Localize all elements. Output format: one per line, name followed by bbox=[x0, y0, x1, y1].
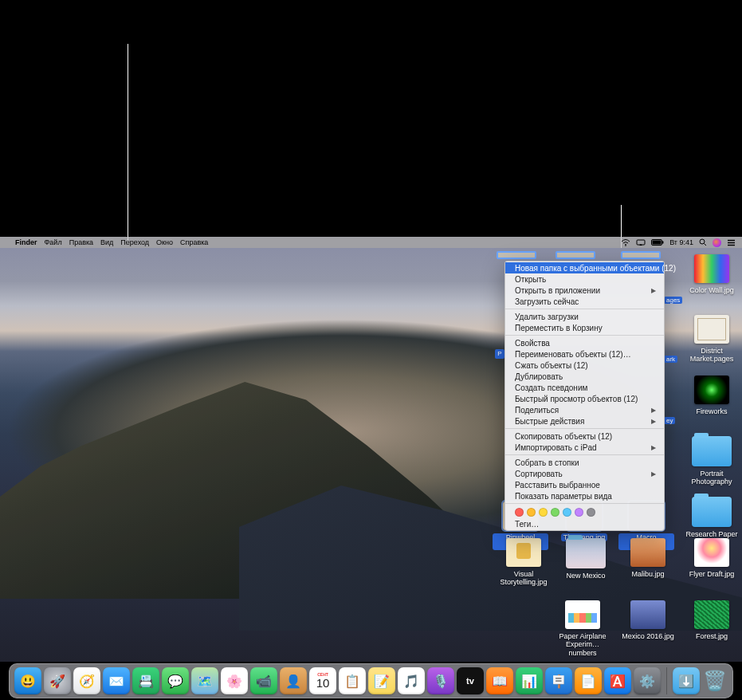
tag-color-dot[interactable] bbox=[539, 508, 548, 517]
tag-color-dot[interactable] bbox=[587, 508, 595, 517]
dock-photos[interactable]: 🌸 bbox=[221, 667, 248, 694]
dock-messages[interactable]: 💬 bbox=[162, 667, 189, 694]
dock-music[interactable]: 🎵 bbox=[398, 667, 425, 694]
desktop-icon[interactable]: District Market.pages bbox=[684, 315, 740, 364]
ctx-item[interactable]: Сжать объекты (12) bbox=[505, 360, 664, 371]
ctx-item[interactable]: Быстрые действия▶ bbox=[505, 415, 664, 427]
dock-contacts[interactable]: 👤 bbox=[280, 667, 307, 694]
icon-paper-airplane[interactable]: Paper Airplane Experim…numbers bbox=[555, 600, 610, 657]
sel-thumb-2[interactable] bbox=[556, 251, 595, 259]
thumbnail bbox=[694, 315, 729, 344]
dock-tv[interactable]: tv bbox=[457, 667, 484, 694]
siri-icon[interactable] bbox=[713, 238, 721, 247]
dock-notes[interactable]: 📝 bbox=[368, 667, 395, 694]
ctx-item[interactable]: Импортировать с iPad▶ bbox=[505, 442, 664, 453]
ctx-item[interactable]: Создать псевдоним bbox=[505, 382, 664, 393]
sel-badge-ey: ey bbox=[664, 411, 675, 426]
ctx-item[interactable]: Дублировать bbox=[505, 371, 664, 382]
podcasts-icon: 🎙️ bbox=[433, 674, 449, 689]
wifi-icon[interactable] bbox=[621, 238, 630, 246]
ctx-item[interactable]: Загрузить сейчас bbox=[505, 296, 664, 307]
facetime-icon: 📹 bbox=[256, 674, 272, 689]
dock-preferences[interactable]: ⚙️ bbox=[634, 667, 661, 694]
desktop-icon[interactable]: Portrait Photography bbox=[684, 436, 740, 486]
dock-calendar[interactable]: СЕНТ10 bbox=[309, 667, 336, 694]
svg-rect-4 bbox=[662, 242, 664, 244]
icon-flyer-draft[interactable]: Flyer Draft.jpg bbox=[684, 538, 740, 578]
icon-new-mexico[interactable]: New Mexico bbox=[558, 538, 614, 580]
dock-pages[interactable]: 📄 bbox=[575, 667, 602, 694]
ctx-separator bbox=[505, 503, 664, 504]
dock-podcasts[interactable]: 🎙️ bbox=[427, 667, 454, 694]
icon-visual-storytelling[interactable]: Visual Storytelling.jpg bbox=[496, 538, 552, 587]
menu-view[interactable]: Вид bbox=[100, 238, 113, 246]
music-icon: 🎵 bbox=[403, 674, 419, 689]
sel-thumb-3[interactable] bbox=[621, 251, 661, 259]
ctx-tags[interactable]: Теги… bbox=[505, 518, 664, 529]
ctx-item[interactable]: Удалить загрузки bbox=[505, 311, 664, 322]
menu-window[interactable]: Окно bbox=[156, 238, 173, 246]
dock-contacts-like[interactable]: 📇 bbox=[132, 667, 159, 694]
desktop-icon[interactable]: Fireworks bbox=[684, 376, 740, 415]
ctx-item[interactable]: Поделиться▶ bbox=[505, 404, 664, 415]
tag-color-dot[interactable] bbox=[515, 508, 524, 517]
svg-point-0 bbox=[625, 245, 626, 246]
icon-mexico-2016[interactable]: Mexico 2016.jpg bbox=[620, 600, 676, 640]
dock-reminders[interactable]: 📋 bbox=[339, 667, 366, 694]
thumbnail bbox=[565, 600, 600, 629]
dock-maps[interactable]: 🗺️ bbox=[191, 667, 218, 694]
dock-appstore[interactable]: 🅰️ bbox=[604, 667, 631, 694]
icon-label: Fireworks bbox=[696, 407, 727, 415]
ctx-tag-colors bbox=[505, 505, 664, 518]
menubar-right: Вт 9:41 bbox=[621, 238, 742, 247]
menu-go[interactable]: Переход bbox=[120, 238, 149, 246]
menubar-clock[interactable]: Вт 9:41 bbox=[669, 238, 693, 246]
notification-center-icon[interactable] bbox=[727, 239, 736, 246]
dock-mail[interactable]: ✉️ bbox=[103, 667, 130, 694]
thumbnail bbox=[566, 538, 606, 568]
dock-downloads[interactable]: ⬇️ bbox=[673, 667, 700, 694]
battery-icon[interactable] bbox=[651, 239, 664, 246]
sel-thumb-1[interactable] bbox=[497, 251, 536, 259]
dock-keynote[interactable]: 🪧 bbox=[545, 667, 572, 694]
ctx-item[interactable]: Свойства bbox=[505, 337, 664, 348]
menu-edit[interactable]: Правка bbox=[69, 238, 93, 246]
ctx-item[interactable]: Переименовать объекты (12)… bbox=[505, 348, 664, 360]
menu-file[interactable]: Файл bbox=[45, 238, 62, 246]
ctx-item[interactable]: Скопировать объекты (12) bbox=[505, 431, 664, 442]
ctx-item[interactable]: Переместить в Корзину bbox=[505, 322, 664, 333]
ctx-item[interactable]: Сортировать▶ bbox=[505, 468, 664, 479]
ctx-item[interactable]: Расставить выбранное bbox=[505, 479, 664, 490]
dock-finder[interactable]: 😃 bbox=[14, 667, 41, 694]
icon-forest[interactable]: Forest.jpg bbox=[684, 600, 740, 640]
submenu-arrow-icon: ▶ bbox=[651, 418, 656, 425]
messages-icon: 💬 bbox=[167, 674, 183, 689]
dock-books[interactable]: 📖 bbox=[486, 667, 513, 694]
tag-color-dot[interactable] bbox=[527, 508, 536, 517]
submenu-arrow-icon: ▶ bbox=[651, 444, 656, 451]
tag-color-dot[interactable] bbox=[575, 508, 583, 517]
selected-row-peek bbox=[497, 251, 668, 259]
icon-malibu[interactable]: Malibu.jpg bbox=[620, 538, 676, 578]
contacts-like-icon: 📇 bbox=[138, 674, 154, 689]
dock-trash[interactable]: 🗑️ bbox=[702, 667, 728, 694]
maps-icon: 🗺️ bbox=[197, 674, 213, 689]
tag-color-dot[interactable] bbox=[551, 508, 559, 517]
desktop-icon[interactable]: Color Wall.jpg bbox=[684, 254, 740, 294]
airplay-icon[interactable] bbox=[636, 239, 646, 246]
ctx-item[interactable]: Открыть bbox=[505, 273, 664, 285]
desktop-icon[interactable]: Research Paper bbox=[684, 497, 740, 538]
dock-numbers[interactable]: 📊 bbox=[516, 667, 543, 694]
dock-facetime[interactable]: 📹 bbox=[250, 667, 277, 694]
dock-safari[interactable]: 🧭 bbox=[73, 667, 100, 694]
tag-color-dot[interactable] bbox=[563, 508, 571, 517]
ctx-item[interactable]: Собрать в стопки bbox=[505, 457, 664, 468]
ctx-item[interactable]: Показать параметры вида bbox=[505, 490, 664, 501]
menu-help[interactable]: Справка bbox=[180, 238, 208, 246]
spotlight-icon[interactable] bbox=[699, 238, 707, 246]
ctx-item[interactable]: Открыть в приложении▶ bbox=[505, 285, 664, 296]
menubar-app-name[interactable]: Finder bbox=[15, 238, 37, 246]
ctx-item[interactable]: Быстрый просмотр объектов (12) bbox=[505, 393, 664, 404]
ctx-new-folder-with-selection[interactable]: Новая папка с выбранными объектами (12) bbox=[505, 262, 664, 273]
dock-launchpad[interactable]: 🚀 bbox=[44, 667, 71, 694]
